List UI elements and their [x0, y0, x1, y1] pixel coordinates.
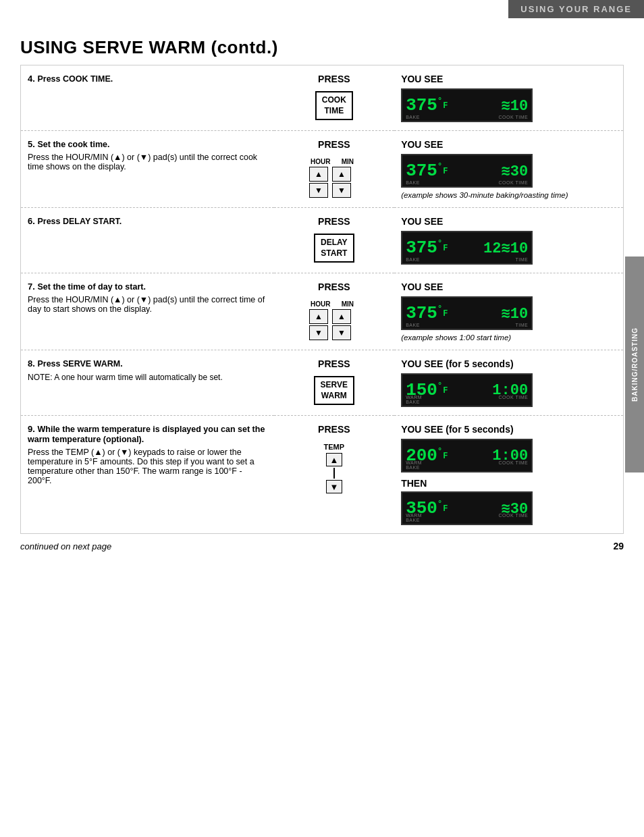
hour-up-btn[interactable]: ▲: [309, 167, 328, 182]
yousee-cell: YOU SEE 375°F 12≋10 BAKE TIME: [394, 208, 623, 273]
step-number: 9.: [28, 424, 35, 434]
press-label: PRESS: [281, 358, 388, 369]
desc-cell: 7. Set the time of day to start.Press th…: [21, 273, 274, 350]
continued-text: continued on next page: [20, 541, 111, 551]
side-tab: BAKING/ROASTING: [625, 256, 644, 473]
you-see-label: YOU SEE: [401, 216, 616, 227]
press-label: PRESS: [281, 424, 388, 435]
you-see-label: YOU SEE: [401, 74, 616, 84]
press-label: PRESS: [281, 281, 388, 292]
press-cell: PRESSCOOKTIME: [274, 65, 395, 131]
desc-cell: 6. Press DELAY START.: [21, 208, 274, 273]
yousee-cell: YOU SEE 375°F ≋30 BAKE COOK TIME (exampl…: [394, 131, 623, 208]
step-heading: Set the cook time.: [37, 140, 109, 149]
step-body: Press the HOUR/MIN (▲) or (▼) pad(s) unt…: [28, 295, 267, 314]
min-up-btn[interactable]: ▲: [332, 309, 351, 324]
step-heading: Set the time of day to start.: [37, 282, 145, 292]
yousee-cell: YOU SEE 375°F ≋10 BAKE TIME (example sho…: [394, 273, 623, 350]
arrow-pad[interactable]: HOUR MIN ▲ ▼ ▲ ▼: [309, 158, 359, 198]
step-row-4: 7. Set the time of day to start.Press th…: [21, 273, 624, 350]
you-see-label: YOU SEE (for 5 seconds): [401, 424, 616, 435]
footer: continued on next page 29: [20, 541, 624, 556]
step-number: 6.: [28, 216, 35, 226]
desc-cell: 5. Set the cook time.Press the HOUR/MIN …: [21, 131, 274, 208]
then-label: THEN: [401, 478, 616, 489]
you-see-label: YOU SEE: [401, 139, 616, 150]
yousee-cell: YOU SEE (for 5 seconds) 150°F 1:00 WARMB…: [394, 350, 623, 416]
step-row-2: 5. Set the cook time.Press the HOUR/MIN …: [21, 131, 624, 208]
temp-up-btn[interactable]: ▲: [326, 453, 342, 466]
temp-down-btn[interactable]: ▼: [326, 480, 342, 493]
desc-cell: 9. While the warm temperature is display…: [21, 416, 274, 534]
press-button[interactable]: SERVEWARM: [314, 376, 354, 405]
hour-down-btn[interactable]: ▼: [309, 325, 328, 340]
step-row-5: 8. Press SERVE WARM.NOTE: A one hour war…: [21, 350, 624, 416]
press-cell: PRESS HOUR MIN ▲ ▼ ▲ ▼: [274, 131, 395, 208]
steps-table: 4. Press COOK TIME. PRESSCOOKTIME YOU SE…: [20, 65, 624, 534]
press-cell: PRESS HOUR MIN ▲ ▼ ▲ ▼: [274, 273, 395, 350]
min-up-btn[interactable]: ▲: [332, 167, 351, 182]
press-label: PRESS: [281, 216, 388, 227]
example-note: (example shows 1:00 start time): [401, 333, 616, 342]
step-row-1: 4. Press COOK TIME. PRESSCOOKTIME YOU SE…: [21, 65, 624, 131]
step-heading: Press SERVE WARM.: [37, 359, 122, 369]
top-banner: USING YOUR RANGE: [508, 0, 644, 18]
step-number: 7.: [28, 281, 35, 292]
step-heading: Press DELAY START.: [37, 217, 122, 226]
press-label: PRESS: [281, 74, 388, 84]
step-heading: While the warm temperature is displayed …: [28, 425, 265, 444]
step-number: 4.: [28, 74, 35, 84]
desc-cell: 4. Press COOK TIME.: [21, 65, 274, 131]
example-note: (example shows 30-minute baking/roasting…: [401, 191, 616, 199]
press-cell: PRESS TEMP ▲ ▼: [274, 416, 395, 534]
arrow-pad[interactable]: HOUR MIN ▲ ▼ ▲ ▼: [309, 300, 359, 340]
temp-pad: TEMP ▲ ▼: [324, 443, 345, 493]
hour-down-btn[interactable]: ▼: [309, 183, 328, 198]
press-button[interactable]: DELAYSTART: [314, 234, 354, 263]
step-body: Press the TEMP (▲) or (▼) keypads to rai…: [28, 448, 267, 485]
step-row-6: 9. While the warm temperature is display…: [21, 416, 624, 534]
press-cell: PRESSDELAYSTART: [274, 208, 395, 273]
page-title: USING SERVE WARM (contd.): [20, 37, 624, 58]
hour-up-btn[interactable]: ▲: [309, 309, 328, 324]
desc-cell: 8. Press SERVE WARM.NOTE: A one hour war…: [21, 350, 274, 416]
step-note: NOTE: A one hour warm time will automati…: [28, 373, 267, 382]
min-down-btn[interactable]: ▼: [332, 183, 351, 198]
step-number: 8.: [28, 358, 35, 369]
step-row-3: 6. Press DELAY START. PRESSDELAYSTART YO…: [21, 208, 624, 273]
step-number: 5.: [28, 139, 35, 149]
you-see-label: YOU SEE (for 5 seconds): [401, 358, 616, 369]
min-down-btn[interactable]: ▼: [332, 325, 351, 340]
yousee-cell: YOU SEE (for 5 seconds) 200°F 1:00 WARMB…: [394, 416, 623, 534]
step-heading: Press COOK TIME.: [37, 74, 113, 84]
press-cell: PRESSSERVEWARM: [274, 350, 395, 416]
step-body: Press the HOUR/MIN (▲) or (▼) pad(s) unt…: [28, 153, 267, 171]
you-see-label: YOU SEE: [401, 281, 616, 292]
press-button[interactable]: COOKTIME: [315, 91, 353, 120]
page-number: 29: [613, 541, 624, 551]
yousee-cell: YOU SEE 375°F ≋10 BAKE COOK TIME: [394, 65, 623, 131]
press-label: PRESS: [281, 139, 388, 150]
